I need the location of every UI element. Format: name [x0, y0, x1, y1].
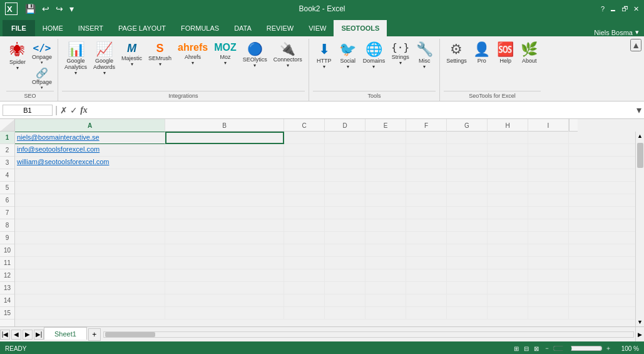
zoom-in-icon[interactable]: ＋: [605, 344, 611, 353]
minimize-icon[interactable]: 🗕: [610, 5, 616, 13]
cell-A6[interactable]: [15, 194, 165, 207]
sheet-nav-prev[interactable]: ◀: [11, 330, 21, 340]
row-header-12[interactable]: 12: [0, 269, 14, 282]
cell-D3[interactable]: [325, 157, 365, 169]
cell-G1[interactable]: [447, 132, 488, 144]
cell-B1[interactable]: [165, 132, 284, 144]
cell-E3[interactable]: [365, 157, 406, 169]
cell-A9[interactable]: [15, 232, 165, 244]
help-icon[interactable]: ?: [601, 5, 605, 13]
cell-C1[interactable]: [284, 132, 325, 144]
row-header-11[interactable]: 11: [0, 257, 14, 269]
cell-C2[interactable]: [284, 144, 325, 157]
majestic-button[interactable]: M Majestic ▾: [119, 41, 145, 68]
sheet-nav-first[interactable]: |◀: [0, 330, 10, 340]
cell-A5[interactable]: [15, 182, 165, 194]
ribbon-collapse-button[interactable]: ▲: [630, 39, 641, 51]
cell-C3[interactable]: [284, 157, 325, 169]
page-layout-view-icon[interactable]: ⊟: [524, 345, 529, 352]
col-header-B[interactable]: B: [165, 119, 284, 132]
sheet-nav-next[interactable]: ▶: [23, 330, 33, 340]
zoom-level[interactable]: 100 %: [614, 345, 639, 352]
cell-I3[interactable]: [528, 157, 569, 169]
cell-I1[interactable]: [528, 132, 569, 144]
cell-A1-value[interactable]: niels@bosmainteractive.se: [17, 133, 100, 141]
tab-review[interactable]: REVIEW: [259, 20, 301, 36]
about-button[interactable]: 🌿 About: [518, 41, 541, 65]
tab-insert[interactable]: INSERT: [71, 20, 111, 36]
row-header-1[interactable]: 1: [0, 132, 14, 144]
connectors-button[interactable]: 🔌 Connectors ▾: [271, 41, 305, 70]
cell-A1[interactable]: niels@bosmainteractive.se: [15, 132, 165, 144]
insert-function-btn[interactable]: fx: [80, 105, 88, 115]
offpage-button[interactable]: 🔗 Offpage ▾: [30, 66, 54, 91]
row-header-15[interactable]: 15: [0, 307, 14, 320]
confirm-formula-btn[interactable]: ✓: [70, 105, 78, 115]
strings-button[interactable]: {·} Strings ▾: [389, 41, 412, 67]
sheet-nav-last[interactable]: ▶|: [34, 330, 44, 340]
row-header-6[interactable]: 6: [0, 194, 14, 207]
cell-A7[interactable]: [15, 207, 165, 219]
cell-A15[interactable]: [15, 307, 165, 320]
cell-E1[interactable]: [365, 132, 406, 144]
cell-A14[interactable]: [15, 294, 165, 307]
cell-F2[interactable]: [406, 144, 447, 157]
cell-B4[interactable]: [165, 169, 284, 182]
domains-button[interactable]: 🌐 Domains ▾: [360, 41, 388, 71]
tab-pagelayout[interactable]: PAGE LAYOUT: [111, 20, 173, 36]
cell-A10[interactable]: [15, 244, 165, 257]
formula-bar-expand[interactable]: ▾: [636, 104, 641, 116]
vertical-scrollbar[interactable]: ▲ ▼: [635, 132, 644, 326]
row-header-13[interactable]: 13: [0, 282, 14, 294]
cell-D1[interactable]: [325, 132, 365, 144]
cell-D2[interactable]: [325, 144, 365, 157]
settings-button[interactable]: ⚙ Settings: [444, 41, 469, 65]
cell-H3[interactable]: [488, 157, 528, 169]
onpage-button[interactable]: </> Onpage ▾: [30, 41, 54, 66]
tab-view[interactable]: VIEW: [301, 20, 334, 36]
seolytics-button[interactable]: 🔵 SEOlytics ▾: [240, 41, 270, 70]
row-header-2[interactable]: 2: [0, 144, 14, 157]
user-dropdown[interactable]: ▾: [635, 28, 639, 36]
cell-G2[interactable]: [447, 144, 488, 157]
cell-A13[interactable]: [15, 282, 165, 294]
cell-F3[interactable]: [406, 157, 447, 169]
row-header-5[interactable]: 5: [0, 182, 14, 194]
scroll-right-btn[interactable]: ▶: [635, 327, 644, 341]
social-button[interactable]: 🐦 Social ▾: [337, 41, 359, 71]
col-header-A[interactable]: A: [15, 119, 165, 132]
scroll-up-btn[interactable]: ▲: [636, 132, 645, 140]
customize-quick-btn[interactable]: ▾: [67, 3, 76, 15]
cell-A3[interactable]: william@seotoolsforexcel.com: [15, 157, 165, 169]
row-header-10[interactable]: 10: [0, 244, 14, 257]
cell-reference-box[interactable]: [3, 105, 53, 116]
formula-input[interactable]: [90, 107, 634, 114]
cell-H2[interactable]: [488, 144, 528, 157]
row-header-7[interactable]: 7: [0, 207, 14, 219]
cell-G3[interactable]: [447, 157, 488, 169]
col-header-I[interactable]: I: [528, 119, 569, 132]
col-header-F[interactable]: F: [406, 119, 447, 132]
cell-A12[interactable]: [15, 269, 165, 282]
undo-quick-btn[interactable]: ↩: [39, 3, 52, 15]
page-break-view-icon[interactable]: ⊠: [534, 345, 539, 352]
redo-quick-btn[interactable]: ↪: [53, 3, 66, 15]
tab-file[interactable]: FILE: [3, 20, 35, 36]
cell-A4[interactable]: [15, 169, 165, 182]
cell-A2-value[interactable]: info@seotoolsforexcel.com: [17, 145, 100, 153]
semrush-button[interactable]: S SEMrush ▾: [146, 41, 174, 68]
cell-A2[interactable]: info@seotoolsforexcel.com: [15, 144, 165, 157]
col-header-D[interactable]: D: [325, 119, 365, 132]
spider-button[interactable]: 🕷 Spider ▾: [6, 41, 29, 72]
zoom-slider[interactable]: [553, 343, 603, 353]
pro-button[interactable]: 👤 Pro: [471, 41, 493, 65]
restore-icon[interactable]: 🗗: [621, 5, 628, 13]
google-adwords-button[interactable]: 📈 GoogleAdwords ▾: [91, 41, 118, 77]
zoom-out-icon[interactable]: －: [544, 344, 550, 353]
add-sheet-btn[interactable]: +: [88, 328, 101, 341]
sheet-tab-sheet1[interactable]: Sheet1: [44, 327, 87, 340]
cell-H1[interactable]: [488, 132, 528, 144]
col-header-C[interactable]: C: [284, 119, 325, 132]
row-header-8[interactable]: 8: [0, 219, 14, 232]
http-button[interactable]: ⬇ HTTP ▾: [313, 41, 335, 71]
